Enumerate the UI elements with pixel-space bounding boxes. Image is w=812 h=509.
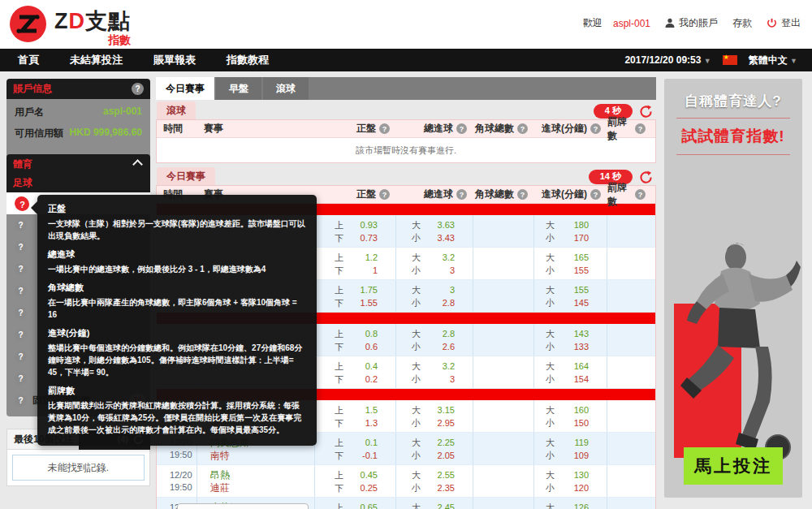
odds-value[interactable]: 2.95: [434, 416, 455, 429]
odds-value[interactable]: 155: [568, 283, 589, 296]
nav-item-1[interactable]: 未結算投注: [70, 53, 123, 67]
odds-value[interactable]: 0.4: [356, 360, 378, 373]
goal-minutes-cell[interactable]: 大165小155: [534, 248, 607, 279]
promo-banner[interactable]: 自稱體育達人? 試試體育指數! 馬上投注: [664, 79, 802, 498]
help-icon[interactable]: ?: [15, 307, 27, 319]
odds-value[interactable]: 0.25: [356, 481, 378, 494]
help-icon[interactable]: ?: [517, 123, 528, 134]
odds-value[interactable]: 1.5: [356, 403, 378, 416]
event-cell[interactable]: 昂熱迪莊: [197, 465, 315, 497]
odds-value[interactable]: 0.2: [356, 373, 378, 386]
cards-cell[interactable]: [607, 433, 650, 464]
help-icon[interactable]: ?: [379, 189, 390, 200]
nav-item-0[interactable]: 首頁: [18, 53, 39, 67]
help-icon[interactable]: ?: [456, 189, 467, 200]
goal-minutes-cell[interactable]: 大126小116: [534, 498, 607, 509]
total-goals-cell[interactable]: 大3.2小3: [396, 356, 473, 388]
odds-value[interactable]: 145: [568, 296, 589, 309]
odds-value[interactable]: 155: [568, 264, 589, 277]
active-help-icon[interactable]: ?: [15, 197, 29, 211]
odds-value[interactable]: 3: [434, 373, 455, 386]
handicap-cell[interactable]: 上0.93下0.73: [315, 215, 396, 247]
goal-minutes-cell[interactable]: 大119小109: [534, 433, 607, 464]
odds-value[interactable]: 3.15: [434, 403, 455, 416]
odds-value[interactable]: 0.8: [356, 327, 378, 340]
cards-cell[interactable]: [607, 400, 650, 432]
handicap-cell[interactable]: 上1.75下1.55: [315, 280, 396, 312]
cards-cell[interactable]: [607, 215, 650, 247]
odds-value[interactable]: 1: [356, 264, 378, 277]
odds-value[interactable]: 170: [568, 231, 589, 244]
total-goals-cell[interactable]: 大3小2.8: [396, 280, 473, 312]
odds-value[interactable]: 130: [568, 468, 589, 481]
total-goals-cell[interactable]: 大3.63小3.43: [396, 215, 473, 247]
odds-value[interactable]: 2.8: [434, 327, 455, 340]
tab-1[interactable]: 早盤: [216, 77, 261, 100]
total-goals-cell[interactable]: 大2.25小2.05: [396, 433, 473, 464]
nav-item-2[interactable]: 賬單報表: [153, 53, 196, 67]
help-icon[interactable]: ?: [15, 219, 27, 231]
section-today-label[interactable]: 今日賽事: [157, 167, 215, 185]
corners-cell[interactable]: [473, 465, 534, 497]
total-goals-cell[interactable]: 大2.45小2.25: [396, 498, 473, 509]
goal-minutes-cell[interactable]: 大160小150: [534, 400, 607, 432]
odds-value[interactable]: 160: [568, 403, 589, 416]
odds-value[interactable]: 150: [568, 416, 589, 429]
handicap-cell[interactable]: 上0.4下0.2: [315, 356, 396, 388]
odds-value[interactable]: 120: [568, 481, 589, 494]
odds-value[interactable]: 133: [568, 340, 589, 353]
corners-cell[interactable]: [473, 400, 534, 432]
corners-cell[interactable]: [473, 324, 534, 356]
odds-value[interactable]: 2.05: [434, 449, 455, 462]
nav-item-3[interactable]: 指數教程: [227, 53, 269, 67]
odds-value[interactable]: 1.2: [356, 251, 378, 264]
odds-value[interactable]: 3.43: [434, 231, 455, 244]
handicap-cell[interactable]: 上1.5下1.3: [315, 400, 396, 432]
goal-minutes-cell[interactable]: 大130小120: [534, 465, 607, 497]
tab-2[interactable]: 滾球: [263, 77, 309, 100]
handicap-cell[interactable]: 上0.1下-0.1: [315, 433, 396, 464]
total-goals-cell[interactable]: 大3.2小3: [396, 248, 473, 279]
odds-value[interactable]: 0.73: [356, 231, 378, 244]
total-goals-cell[interactable]: 大2.8小2.6: [396, 324, 473, 356]
odds-value[interactable]: 109: [568, 449, 589, 462]
help-icon[interactable]: ?: [132, 83, 144, 95]
cards-cell[interactable]: [607, 324, 650, 356]
handicap-cell[interactable]: 上1.2下1: [315, 248, 396, 279]
odds-value[interactable]: 3.63: [434, 218, 455, 231]
handicap-cell[interactable]: 上0.45下0.25: [315, 465, 396, 497]
goal-minutes-cell[interactable]: 大155小145: [534, 280, 607, 312]
odds-value[interactable]: 2.55: [434, 468, 455, 481]
help-icon[interactable]: ?: [590, 123, 601, 134]
odds-value[interactable]: 2.45: [434, 501, 455, 509]
corners-cell[interactable]: [473, 356, 534, 388]
cards-cell[interactable]: [607, 356, 650, 388]
odds-value[interactable]: 143: [568, 327, 589, 340]
odds-value[interactable]: 180: [568, 218, 589, 231]
odds-value[interactable]: 2.25: [434, 436, 455, 449]
help-icon[interactable]: ?: [379, 123, 390, 134]
corners-cell[interactable]: [473, 215, 534, 247]
total-goals-cell[interactable]: 大3.15小2.95: [396, 400, 473, 432]
section-live-label[interactable]: 滾球: [157, 101, 196, 119]
help-icon[interactable]: ?: [15, 263, 27, 275]
brand-logo[interactable]: ZD支點 指數: [10, 6, 131, 45]
odds-value[interactable]: 164: [568, 360, 589, 373]
corners-cell[interactable]: [473, 498, 534, 509]
corners-cell[interactable]: [473, 248, 534, 279]
odds-value[interactable]: 2.8: [434, 296, 455, 309]
handicap-cell[interactable]: 上0.65下0.45: [315, 498, 396, 509]
odds-value[interactable]: 154: [568, 373, 589, 386]
cards-cell[interactable]: [607, 280, 650, 312]
datetime-dropdown[interactable]: 2017/12/20 09:53 ▼: [624, 54, 710, 66]
cards-cell[interactable]: [607, 248, 650, 279]
odds-value[interactable]: 0.1: [356, 436, 378, 449]
help-icon[interactable]: ?: [15, 241, 27, 253]
odds-value[interactable]: 2.6: [434, 340, 455, 353]
help-icon[interactable]: ?: [15, 395, 27, 407]
cards-cell[interactable]: [607, 498, 650, 509]
odds-value[interactable]: 1.3: [356, 416, 378, 429]
odds-value[interactable]: -0.1: [356, 449, 378, 462]
help-icon[interactable]: ?: [15, 373, 27, 385]
sports-section-header[interactable]: 體育: [6, 154, 150, 174]
